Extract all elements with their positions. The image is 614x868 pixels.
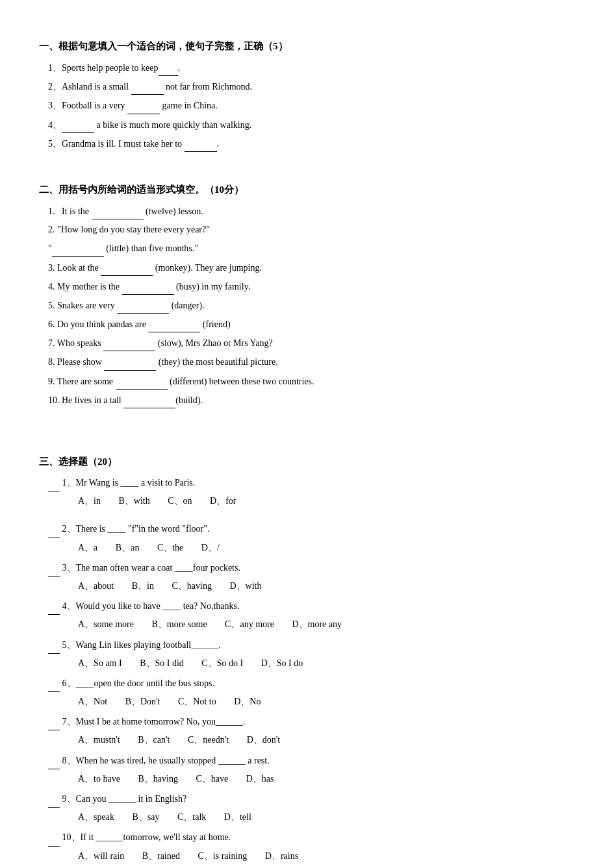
mc-q4: 4、Would you like to have ____ tea? No,th… [39, 598, 575, 615]
mc-q9-text: 9、Can you ______ it in English? [62, 794, 187, 804]
mc-q6-optC: C、Not to [178, 693, 216, 710]
mc-q2-optA: A、a [78, 539, 97, 556]
mc-q3-optB: B、in [132, 578, 154, 594]
mc-q9-optB: B、say [133, 809, 160, 825]
q2-5-text: 5. Snakes are very [48, 301, 115, 310]
mc-q10-optD: D、rains [265, 848, 298, 864]
q2-4-hint: (busy) in my family. [176, 282, 250, 291]
section2: 二、用括号内所给词的适当形式填空。（10分） 1. It is the (twe… [39, 181, 575, 408]
mc-q2: 2、There is ____ "f"in the word "floor". [39, 521, 575, 538]
mc-q6-text: 6、____open the door until the bus stops. [62, 678, 215, 688]
q1-2-blank [131, 78, 164, 95]
q2-5: 5. Snakes are very (danger). [39, 297, 575, 314]
mc-q10-optB: B、rained [142, 848, 180, 864]
mc-q10-optA: A、will rain [78, 848, 124, 864]
mc-q5-text: 5、Wang Lin likes playing football______. [62, 640, 221, 650]
q2-2b-hint: (little) than five months." [106, 243, 198, 253]
mc-q6-optA: A、Not [78, 693, 107, 710]
section1-title: 一、根据句意填入一个适合的词，使句子完整，正确（5） [39, 38, 575, 55]
mc-q10: 10、If it ______tomorrow, we'll stay at h… [39, 829, 575, 846]
q1-4-rest: a bike is much more quickly than walking… [97, 120, 252, 130]
q2-2a-text: 2. "How long do you stay there every yea… [48, 225, 210, 234]
q1-2-rest: not far from Richmond. [166, 82, 252, 92]
mc-q3-optA: A、about [78, 578, 114, 594]
mc-q2-options: A、a B、an C、the D、/ [39, 539, 575, 556]
q2-8-hint: (they) the most beautiful picture. [159, 357, 278, 367]
q2-3: 3. Look at the (monkey). They are jumpin… [39, 259, 575, 276]
mc-q2-paren [48, 521, 60, 538]
mc-q6-paren [48, 675, 60, 692]
mc-q8-optA: A、to have [78, 771, 120, 787]
q2-3-blank [101, 259, 153, 276]
q2-7-blank [103, 334, 155, 351]
mc-q7-paren [48, 713, 60, 730]
q1-3: 3、Football is a very game in China. [39, 97, 575, 114]
q2-8: 8. Please show (they) the most beautiful… [39, 353, 575, 370]
mc-q9-optA: A、speak [78, 809, 114, 825]
mc-q10-text: 10、If it ______tomorrow, we'll stay at h… [62, 832, 231, 842]
mc-q7-optC: C、needn't [188, 732, 229, 748]
mc-q4-text: 4、Would you like to have ____ tea? No,th… [62, 601, 240, 611]
q2-1: 1. It is the (twelve) lesson. [39, 203, 575, 219]
mc-q8-paren [48, 752, 60, 769]
mc-q1: 1、Mr Wang is ____ a visit to Paris. [39, 475, 575, 491]
mc-q8-optD: D、has [246, 771, 274, 787]
q2-6-blank [148, 316, 200, 332]
q1-5-num: 5、Grandma is ill. I must take her to [48, 139, 182, 149]
mc-q1-optB: B、with [119, 493, 150, 509]
mc-q5-optD: D、So I do [261, 655, 303, 671]
q1-3-num: 3、Football is a very [48, 101, 125, 110]
q2-4-blank [122, 278, 174, 295]
mc-q7-options: A、mustn't B、can't C、needn't D、don't [39, 732, 575, 748]
q2-9-text: 9. There are some [48, 377, 113, 386]
q1-4-blank [62, 116, 94, 133]
q2-2b-blank [52, 240, 104, 256]
q1-2: 2、Ashland is a small not far from Richmo… [39, 78, 575, 95]
mc-q4-optB: B、more some [151, 616, 207, 632]
mc-q6-options: A、Not B、Don't C、Not to D、No [39, 693, 575, 710]
mc-q5-options: A、So am I B、So I did C、So do I D、So I do [39, 655, 575, 671]
q2-1-blank [92, 203, 144, 219]
q1-1-num: 1、Sports help people to keep [48, 63, 159, 73]
mc-q7-optA: A、mustn't [78, 732, 120, 748]
mc-q2-text: 2、There is ____ "f"in the word "floor". [62, 524, 210, 534]
q2-4: 4. My mother is the (busy) in my family. [39, 278, 575, 295]
q2-7-hint: (slow), Mrs Zhao or Mrs Yang? [158, 338, 273, 348]
mc-q3-optD: D、with [229, 578, 261, 594]
mc-q3-optC: C、having [172, 578, 211, 594]
mc-q7-text: 7、Must I be at home tomorrow? No, you___… [62, 717, 246, 726]
q2-8-blank [104, 353, 156, 370]
q1-3-blank [127, 97, 160, 114]
mc-q3-paren [48, 560, 60, 577]
q2-7-text: 7. Who speaks [48, 338, 101, 348]
q2-1-hint: (twelve) lesson. [146, 206, 203, 216]
mc-q1-optC: C、on [168, 493, 192, 509]
q1-5-blank [185, 135, 217, 152]
q2-10: 10. He lives in a tall (build). [39, 391, 575, 408]
mc-q10-options: A、will rain B、rained C、is raining D、rain… [39, 848, 575, 864]
mc-q7-optD: D、don't [247, 732, 281, 748]
q2-3-text: 3. Look at the [48, 263, 99, 273]
mc-q8: 8、When he was tired, he usually stopped … [39, 752, 575, 769]
mc-q5-paren [48, 637, 60, 654]
q2-3-hint: (monkey). They are jumping. [155, 263, 262, 273]
q1-4: 4、 a bike is much more quickly than walk… [39, 116, 575, 133]
mc-q5-optB: B、So I did [140, 655, 184, 671]
mc-q9-optC: C、talk [177, 809, 206, 825]
mc-q1-optD: D、for [210, 493, 236, 509]
mc-q5-optA: A、So am I [78, 655, 122, 671]
mc-q5-optC: C、So do I [201, 655, 243, 671]
q2-2a: 2. "How long do you stay there every yea… [39, 221, 575, 238]
q2-2b: " (little) than five months." [39, 240, 575, 256]
mc-q6-optB: B、Don't [125, 693, 160, 710]
q2-10-blank [123, 391, 175, 408]
q1-4-num: 4、 [48, 120, 62, 130]
mc-q1-optA: A、in [78, 493, 101, 509]
section3: 三、选择题（20） 1、Mr Wang is ____ a visit to P… [39, 453, 575, 868]
mc-q9-optD: D、tell [224, 809, 251, 825]
mc-q6: 6、____open the door until the bus stops. [39, 675, 575, 692]
mc-q7-optB: B、can't [138, 732, 170, 748]
q2-5-hint: (danger). [172, 301, 205, 310]
q1-1-blank [159, 59, 178, 76]
mc-q10-optC: C、is raining [198, 848, 247, 864]
